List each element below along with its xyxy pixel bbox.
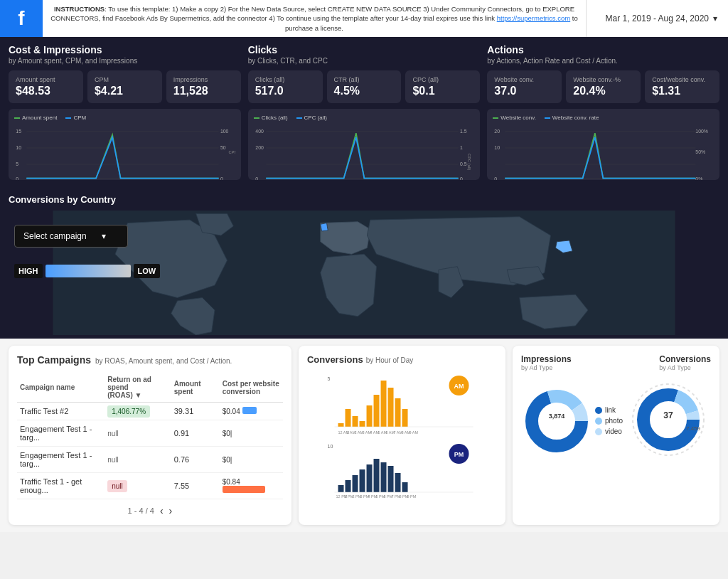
legend-cpc-all: CPC (all) <box>296 115 327 121</box>
roas-badge-pink: null <box>107 480 127 492</box>
date-range-area[interactable]: Mar 1, 2019 - Aug 24, 2020 ▾ <box>586 0 728 37</box>
website-conv-pct-card: Website conv.-% 20.4% <box>566 70 641 103</box>
svg-text:0: 0 <box>220 176 223 180</box>
am-bar <box>352 416 358 427</box>
imp-conv-header: Impressions by Ad Type Conversions by Ad… <box>521 354 711 371</box>
roas-cell: null <box>105 447 171 473</box>
col-campaign-name: Campaign name <box>17 373 105 403</box>
imp-conv-panel: Impressions by Ad Type Conversions by Ad… <box>513 346 719 525</box>
website-conv-value: 37.0 <box>494 85 555 97</box>
campaign-dropdown-label: Select campaign <box>23 231 87 241</box>
cost-bar-blue <box>242 407 257 414</box>
clicks-all-card: Clicks (all) 517.0 <box>248 70 323 103</box>
actions-title: Actions <box>487 44 719 55</box>
impressions-ad-subtitle: by Ad Type <box>521 364 572 371</box>
col-roas[interactable]: Return on ad spend(ROAS) ▼ <box>105 373 171 403</box>
cost-conv-cell: $0| <box>220 420 283 447</box>
cost-conv-cell: $0.04 <box>220 403 283 420</box>
clicks-all-value: 517.0 <box>255 85 316 97</box>
cost-website-conv-card: Cost/website conv. $1.31 <box>645 70 719 103</box>
clicks-chart: Clicks (all) CPC (all) 400 200 0 1.5 1 0… <box>248 109 481 180</box>
cpc-label: CPC (all) <box>412 76 473 83</box>
scale-low-label: LOW <box>134 264 161 278</box>
campaign-name-cell: Traffic Test #2 <box>17 403 105 420</box>
impressions-ad-type-section: Impressions by Ad Type <box>521 354 572 371</box>
cost-impressions-legend: Amount spent CPM <box>14 115 235 121</box>
instructions-area: INSTRUCTIONS: To use this template: 1) M… <box>43 0 586 37</box>
legend-link-label: link <box>605 406 616 414</box>
website-conv-pct-label: Website conv.-% <box>573 76 633 83</box>
conversions-donut-svg: 37 7,459 <box>626 377 711 462</box>
map-title: Conversions by Country <box>9 194 719 205</box>
cpc-card: CPC (all) $0.1 <box>405 70 480 103</box>
svg-text:0: 0 <box>255 176 258 180</box>
website-conv-label: Website conv. <box>494 76 555 83</box>
pm-bar <box>352 475 358 492</box>
pm-bar <box>402 482 407 492</box>
color-scale-bar <box>46 265 131 277</box>
amount-spent-cell: 7.55 <box>171 473 220 499</box>
legend-photo: photo <box>595 417 623 425</box>
table-row: Engagement Test 1 - targ... null 0.91 $0… <box>17 420 283 447</box>
pagination-text: 1 - 4 / 4 <box>128 506 154 515</box>
svg-text:3,874: 3,874 <box>549 413 565 420</box>
campaign-dropdown[interactable]: Select campaign ▾ <box>14 225 128 248</box>
campaigns-title: Top Campaigns <box>17 354 91 366</box>
svg-text:1: 1 <box>460 145 463 150</box>
am-bar <box>345 409 350 427</box>
legend-amount-spent: Amount spent <box>14 115 57 121</box>
actions-panel: Actions by Actions, Action Rate and Cost… <box>487 44 719 180</box>
cost-website-conv-value: $1.31 <box>652 85 712 97</box>
cost-impressions-panel: Cost & Impressions by Amount spent, CPM,… <box>9 44 241 180</box>
pm-bar <box>387 466 393 492</box>
svg-text:9 PM: 9 PM <box>407 494 416 498</box>
hour-chart-svg: AM 5 12 AM <box>307 370 497 498</box>
cost-impressions-title: Cost & Impressions <box>9 44 241 55</box>
hour-chart: AM 5 12 AM <box>307 370 497 498</box>
next-page-button[interactable]: › <box>169 505 173 516</box>
actions-cards: Website conv. 37.0 Website conv.-% 20.4%… <box>487 70 719 103</box>
pm-bar <box>345 480 350 492</box>
amount-spent-label: Amount spent <box>16 76 76 83</box>
impressions-value: 11,528 <box>173 85 234 97</box>
map-container: Select campaign ▾ HIGH LOW <box>9 211 719 335</box>
roas-cell: null <box>105 473 171 499</box>
clicks-all-label: Clicks (all) <box>255 76 316 83</box>
ctr-card: CTR (all) 4.5% <box>327 70 402 103</box>
amount-spent-value: $48.53 <box>16 85 76 97</box>
legend-website-conv: Website conv. <box>493 115 536 121</box>
am-bar <box>359 421 365 427</box>
conversions-hour-title: Conversions <box>307 354 363 365</box>
am-bar <box>395 398 400 427</box>
legend-link-dot <box>595 407 602 414</box>
top-header: f INSTRUCTIONS: To use this template: 1)… <box>0 0 728 37</box>
supermetrics-link[interactable]: https://supermetrics.com <box>497 14 570 22</box>
color-scale: HIGH LOW <box>14 264 160 278</box>
clicks-subtitle: by Clicks, CTR, and CPC <box>248 57 481 65</box>
roas-badge-green: 1,406.77% <box>107 405 150 418</box>
am-bar <box>402 409 407 427</box>
legend-photo-label: photo <box>605 417 623 425</box>
legend-website-conv-rate: Website conv. rate <box>545 115 599 121</box>
impressions-label: Impressions <box>173 76 234 83</box>
scale-high-label: HIGH <box>14 264 43 278</box>
campaign-dropdown-arrow: ▾ <box>102 231 106 241</box>
actions-svg: 20 10 0 100% 50% 0% Mar 1, 2019 Jun 17, … <box>493 124 714 180</box>
pagination: 1 - 4 / 4 ‹ › <box>17 505 283 516</box>
prev-page-button[interactable]: ‹ <box>160 505 164 516</box>
svg-text:5: 5 <box>16 161 18 166</box>
cost-bar-orange <box>223 486 265 493</box>
col-cost-conversion: Cost per websiteconversion <box>220 373 283 403</box>
table-row: Traffic Test 1 - get enoug... null 7.55 … <box>17 473 283 499</box>
legend-video-label: video <box>605 427 622 435</box>
svg-text:9 AM: 9 AM <box>409 430 418 435</box>
svg-text:50%: 50% <box>696 149 706 154</box>
svg-text:5: 5 <box>327 376 330 381</box>
actions-subtitle: by Actions, Action Rate and Cost / Actio… <box>487 57 719 65</box>
conversions-hour-subtitle: by Hour of Day <box>366 356 414 364</box>
date-range-text: Mar 1, 2019 - Aug 24, 2020 <box>606 14 709 23</box>
legend-video-dot <box>595 428 602 435</box>
pm-bar <box>359 469 365 492</box>
dropdown-arrow-icon: ▾ <box>713 14 717 23</box>
col-amount-spent: Amount spent <box>171 373 220 403</box>
